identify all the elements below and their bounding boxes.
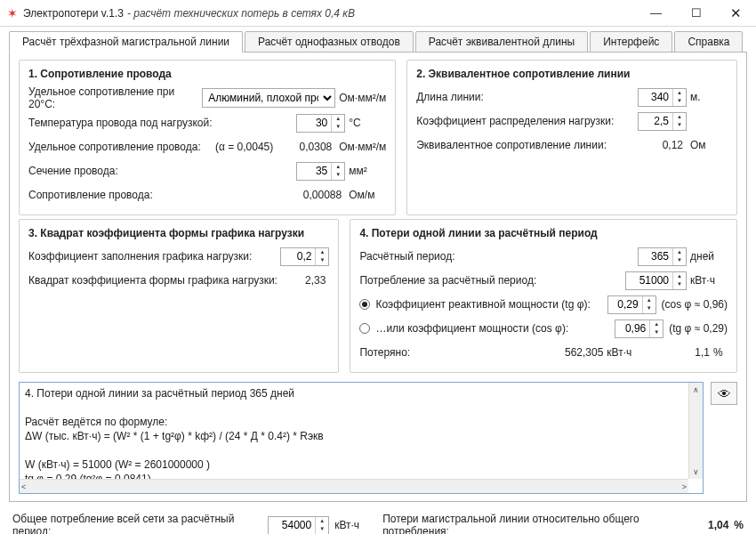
total-input[interactable] [269, 517, 315, 534]
spin-up-icon[interactable]: ▲ [673, 272, 686, 281]
spin-down-icon[interactable]: ▼ [673, 280, 686, 289]
len-unit: м. [687, 91, 728, 103]
scroll-up-icon[interactable]: ∧ [693, 383, 699, 397]
spin-down-icon[interactable]: ▼ [673, 256, 686, 265]
cos-aux: (tg φ ≈ 0,29) [664, 322, 728, 335]
rwire-value: 0,00088 [294, 189, 345, 201]
len-label: Длина линии: [416, 91, 638, 103]
cons-spinner[interactable]: ▲▼ [625, 271, 687, 290]
vertical-scrollbar[interactable]: ∧ ∨ [688, 383, 703, 479]
fill-spinner[interactable]: ▲▼ [280, 247, 329, 266]
maximize-button[interactable]: ☐ [676, 0, 716, 27]
spin-down-icon[interactable]: ▼ [673, 121, 686, 130]
sect-spinner[interactable]: ▲▼ [296, 162, 345, 181]
lost-pct: 1,1 [695, 346, 710, 359]
lost-value: 562,305 [541, 346, 603, 359]
rud-unit: Ом·мм²/м [335, 141, 386, 153]
close-button[interactable]: ✕ [716, 0, 756, 27]
r20-select[interactable]: Алюминий, плохой прово [202, 88, 335, 108]
cos-spinner[interactable]: ▲▼ [615, 320, 664, 338]
total-spinner[interactable]: ▲▼ [268, 516, 329, 535]
sect-input[interactable] [297, 163, 331, 180]
rwire-unit: Ом/м [345, 189, 386, 201]
minimize-button[interactable]: — [636, 0, 676, 27]
spin-down-icon[interactable]: ▼ [332, 171, 344, 180]
cos-input[interactable] [615, 320, 649, 337]
tg-radio[interactable] [359, 299, 370, 310]
spin-up-icon[interactable]: ▲ [673, 89, 686, 98]
cos-radio[interactable] [359, 323, 370, 334]
scroll-down-icon[interactable]: ∨ [693, 465, 699, 479]
spin-up-icon[interactable]: ▲ [316, 248, 328, 257]
spin-up-icon[interactable]: ▲ [332, 163, 344, 172]
spin-up-icon[interactable]: ▲ [643, 296, 655, 305]
group4-title: 4. Потери одной линии за расчётный перио… [359, 225, 728, 239]
spin-up-icon[interactable]: ▲ [650, 320, 663, 329]
tab-help[interactable]: Справка [674, 31, 743, 53]
group2-title: 2. Эквивалентное сопротивление линии [416, 66, 728, 80]
sq-value: 2,33 [294, 274, 329, 287]
req-value: 0,12 [635, 139, 687, 151]
spin-down-icon[interactable]: ▼ [332, 123, 344, 132]
spin-up-icon[interactable]: ▲ [316, 517, 328, 526]
fill-label: Коэффициент заполнения графика нагрузки: [28, 250, 280, 263]
total-unit: кВт·ч [334, 519, 359, 531]
scroll-left-icon[interactable]: < [21, 482, 26, 491]
tg-spinner[interactable]: ▲▼ [607, 295, 656, 314]
coef-input[interactable] [639, 113, 672, 130]
spin-up-icon[interactable]: ▲ [673, 113, 686, 122]
scroll-right-icon[interactable]: > [682, 482, 687, 491]
view-button[interactable]: 👁 [711, 382, 737, 405]
len-spinner[interactable]: ▲▼ [638, 88, 687, 107]
rud-label: Удельное сопротивление провода: [28, 141, 215, 153]
spin-down-icon[interactable]: ▼ [673, 97, 686, 106]
calculation-log[interactable]: 4. Потери одной линии за расчётный перио… [19, 382, 704, 494]
lost-label: Потеряно: [359, 346, 439, 359]
coef-label: Коэффициент распределения нагрузки: [416, 115, 638, 127]
temp-input[interactable] [297, 115, 331, 132]
lost-unit: кВт·ч [603, 346, 644, 359]
req-unit: Ом [687, 139, 728, 151]
eye-icon: 👁 [718, 386, 731, 401]
rud-alpha: (α = 0,0045) [215, 141, 284, 153]
cons-input[interactable] [626, 272, 672, 289]
tg-input[interactable] [608, 296, 642, 313]
tab-single-phase[interactable]: Расчёт однофазных отводов [245, 31, 414, 53]
len-input[interactable] [639, 89, 672, 106]
rwire-label: Сопротивление провода: [28, 189, 294, 201]
group3-title: 3. Квадрат коэффициента формы графика на… [28, 225, 329, 239]
r20-unit: Ом·мм²/м [335, 92, 386, 104]
rud-value: 0,0308 [284, 141, 335, 153]
horizontal-scrollbar[interactable]: < > [20, 479, 688, 493]
footer: Общее потребление всей сети за расчётный… [0, 507, 756, 534]
req-label: Эквивалентное сопротивление линии: [416, 139, 635, 151]
spin-up-icon[interactable]: ▲ [332, 115, 344, 124]
period-spinner[interactable]: ▲▼ [638, 247, 687, 266]
cons-label: Потребление за расчётный период: [359, 274, 625, 287]
tab-equiv-length[interactable]: Расчёт эквивалентной длины [415, 31, 588, 53]
coef-spinner[interactable]: ▲▼ [638, 112, 687, 131]
spin-down-icon[interactable]: ▼ [650, 328, 663, 337]
app-icon: ✶ [7, 6, 18, 20]
group-line-losses: 4. Потери одной линии за расчётный перио… [350, 219, 737, 373]
spin-down-icon[interactable]: ▼ [643, 304, 655, 313]
group-wire-resistance: 1. Сопротивление провода Удельное сопрот… [19, 60, 396, 215]
tab-main-line[interactable]: Расчёт трёхфазной магистральной линии [9, 31, 243, 53]
period-unit: дней [687, 250, 728, 263]
spin-up-icon[interactable]: ▲ [673, 248, 686, 257]
tab-panel: 1. Сопротивление провода Удельное сопрот… [9, 52, 747, 502]
tabstrip: Расчёт трёхфазной магистральной линии Ра… [0, 27, 756, 52]
loss-unit: % [734, 519, 744, 531]
period-label: Расчётный период: [359, 250, 638, 263]
tab-interface[interactable]: Интерфейс [590, 31, 672, 53]
period-input[interactable] [639, 248, 672, 265]
spin-down-icon[interactable]: ▼ [316, 525, 328, 534]
tg-aux: (cos φ ≈ 0,96) [656, 298, 728, 311]
group-equiv-resistance: 2. Эквивалентное сопротивление линии Дли… [406, 60, 737, 215]
lost-pct-unit: % [710, 346, 728, 359]
temp-spinner[interactable]: ▲▼ [296, 114, 345, 133]
temp-unit: °C [345, 117, 386, 129]
fill-input[interactable] [281, 248, 315, 265]
spin-down-icon[interactable]: ▼ [316, 256, 328, 265]
window-title: Электропотери v.1.3 [23, 7, 124, 20]
